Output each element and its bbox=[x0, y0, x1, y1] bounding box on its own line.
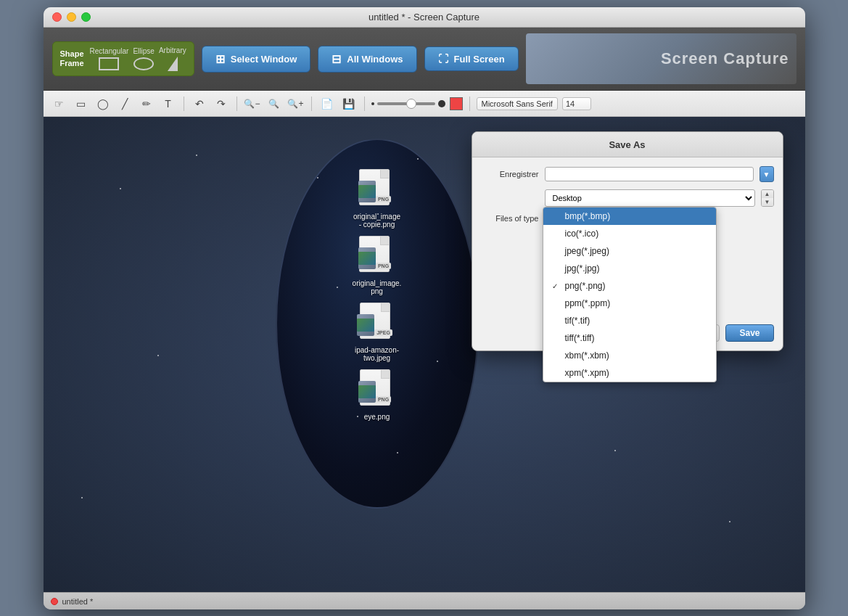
line-tool[interactable]: ╱ bbox=[116, 95, 133, 112]
dropdown-item-ico[interactable]: ico(*.ico) bbox=[543, 225, 716, 242]
file-eye[interactable]: PNG eye.png bbox=[360, 369, 395, 421]
file-label-4: eye.png bbox=[364, 413, 390, 421]
separator-1 bbox=[184, 96, 184, 111]
hand-tool[interactable]: ☞ bbox=[51, 95, 68, 112]
separator-2 bbox=[236, 96, 237, 111]
save-button[interactable]: Save bbox=[725, 324, 773, 342]
dropdown-item-jpeg[interactable]: jpeg(*.jpeg) bbox=[543, 242, 716, 260]
dropdown-label-ico: ico(*.ico) bbox=[565, 229, 599, 239]
zoom-out-tool[interactable]: 🔍− bbox=[244, 95, 261, 112]
dropdown-item-xpm[interactable]: xpm(*.xpm) bbox=[543, 364, 716, 382]
brush-max-icon bbox=[438, 100, 445, 107]
stepper-down[interactable]: ▼ bbox=[762, 198, 773, 206]
ellipse-star bbox=[437, 361, 438, 362]
zoom-normal-tool[interactable]: 🔍 bbox=[265, 95, 283, 112]
separator-5 bbox=[469, 96, 470, 111]
ellipse-label: Ellipse bbox=[133, 47, 154, 55]
all-windows-label: All Windows bbox=[347, 54, 403, 65]
banner-text: Screen Capture bbox=[661, 49, 789, 68]
file-label-2: original_image.png bbox=[353, 279, 402, 295]
brush-size-slider[interactable] bbox=[371, 100, 445, 107]
stepper-up[interactable]: ▲ bbox=[762, 190, 773, 198]
stepper[interactable]: ▲ ▼ bbox=[761, 189, 774, 207]
dropdown-item-tiff[interactable]: tiff(*.tiff) bbox=[543, 329, 716, 347]
bg-star bbox=[614, 450, 616, 451]
select-window-button[interactable]: ⊞ Select Window bbox=[202, 46, 311, 73]
file-corner-4 bbox=[381, 370, 390, 379]
dropdown-item-bmp[interactable]: bmp(*.bmp) bbox=[543, 208, 716, 225]
dropdown-item-xbm[interactable]: xbm(*.xbm) bbox=[543, 347, 716, 364]
ellipse-option[interactable]: Ellipse bbox=[133, 47, 154, 70]
dropdown-label-bmp: bmp(*.bmp) bbox=[565, 211, 611, 221]
all-windows-icon: ⊟ bbox=[332, 52, 341, 66]
shape-options: Rectangular Ellipse Arbitrary bbox=[90, 46, 186, 71]
close-button[interactable] bbox=[52, 12, 62, 22]
dropdown-toggle-btn[interactable]: ▼ bbox=[760, 166, 774, 182]
dropdown-label-png: png(*.png) bbox=[565, 281, 606, 291]
thumbnail-inner-2 bbox=[358, 252, 376, 265]
maximize-button[interactable] bbox=[81, 12, 91, 22]
slider-track[interactable] bbox=[377, 102, 435, 105]
undo-tool[interactable]: ↶ bbox=[191, 95, 208, 112]
shape-frame-group: Shape Frame Rectangular Ellipse Arbitrar… bbox=[52, 41, 194, 76]
rectangular-option[interactable]: Rectangular bbox=[90, 47, 129, 70]
file-original-image-copie[interactable]: PNG original_image- copie.png bbox=[353, 169, 400, 229]
file-icon-ipad: JPEG bbox=[360, 303, 395, 343]
status-bar: untitled * bbox=[44, 592, 805, 609]
location-row: Desktop ▲ ▼ bbox=[481, 189, 774, 207]
slider-thumb[interactable] bbox=[406, 99, 416, 109]
save-tool[interactable]: 💾 bbox=[340, 95, 358, 112]
dropdown-item-jpg[interactable]: jpg(*.jpg) bbox=[543, 260, 716, 277]
freehand-tool[interactable]: ✏ bbox=[138, 95, 155, 112]
page-tool[interactable]: 📄 bbox=[318, 95, 336, 112]
checkmark-png: ✓ bbox=[552, 282, 561, 290]
file-thumbnail-3 bbox=[357, 314, 374, 336]
file-original-image[interactable]: PNG original_image.png bbox=[353, 236, 402, 295]
minimize-button[interactable] bbox=[67, 12, 76, 22]
bg-star bbox=[157, 355, 159, 356]
font-size-selector[interactable]: 14 bbox=[562, 97, 591, 110]
dialog-titlebar: Save As bbox=[472, 132, 783, 157]
file-type-dropdown[interactable]: bmp(*.bmp) ico(*.ico) jpeg(*.jpeg) bbox=[543, 207, 717, 382]
file-thumbnail-2 bbox=[358, 247, 376, 269]
dropdown-label-xpm: xpm(*.xpm) bbox=[565, 368, 609, 378]
dropdown-item-png[interactable]: ✓ png(*.png) bbox=[543, 277, 716, 295]
brush-min-icon bbox=[371, 102, 374, 105]
thumbnail-inner bbox=[358, 185, 376, 198]
save-label: Save bbox=[739, 328, 760, 338]
enregistrer-row: Enregistrer ▼ bbox=[481, 166, 774, 182]
file-icon-original-copie: PNG bbox=[359, 169, 394, 210]
ellipse-star bbox=[417, 158, 419, 160]
top-toolbar: Shape Frame Rectangular Ellipse Arbitrar… bbox=[44, 28, 805, 91]
file-icon-eye: PNG bbox=[360, 369, 395, 410]
rectangular-icon bbox=[99, 57, 119, 70]
ellipse-icon bbox=[133, 57, 154, 70]
full-screen-button[interactable]: ⛶ Full Screen bbox=[424, 46, 519, 71]
dialog-body: Enregistrer ▼ Desktop ▲ ▼ bbox=[472, 157, 783, 350]
arbitrary-icon bbox=[168, 57, 178, 71]
file-corner-2 bbox=[380, 237, 389, 245]
location-select[interactable]: Desktop bbox=[545, 189, 755, 207]
file-badge-1: PNG bbox=[376, 196, 391, 202]
file-body-2: PNG bbox=[359, 236, 390, 272]
file-ipad-amazon[interactable]: JPEG ipad-amazon-two.jpeg bbox=[355, 303, 399, 362]
file-thumbnail bbox=[358, 181, 376, 202]
enregistrer-input[interactable] bbox=[545, 167, 754, 181]
file-label-3: ipad-amazon-two.jpeg bbox=[355, 346, 399, 362]
dialog-title: Save As bbox=[609, 139, 645, 150]
arbitrary-option[interactable]: Arbitrary bbox=[159, 46, 186, 71]
dropdown-item-tif[interactable]: tif(*.tif) bbox=[543, 312, 716, 329]
dropdown-item-ppm[interactable]: ppm(*.ppm) bbox=[543, 295, 716, 312]
redo-tool[interactable]: ↷ bbox=[213, 95, 230, 112]
file-badge-2: PNG bbox=[376, 263, 391, 269]
text-tool[interactable]: T bbox=[160, 95, 177, 112]
rect-tool[interactable]: ▭ bbox=[73, 95, 90, 112]
color-swatch[interactable] bbox=[450, 97, 463, 110]
canvas-area: PNG original_image- copie.png PNG or bbox=[44, 117, 805, 592]
ellipse-star bbox=[397, 452, 398, 453]
font-selector[interactable]: Microsoft Sans Serif bbox=[477, 97, 558, 110]
ellipse-tool[interactable]: ◯ bbox=[94, 95, 112, 112]
zoom-in-tool[interactable]: 🔍+ bbox=[287, 95, 305, 112]
all-windows-button[interactable]: ⊟ All Windows bbox=[318, 46, 416, 73]
toolbar-banner: Screen Capture bbox=[526, 33, 796, 84]
